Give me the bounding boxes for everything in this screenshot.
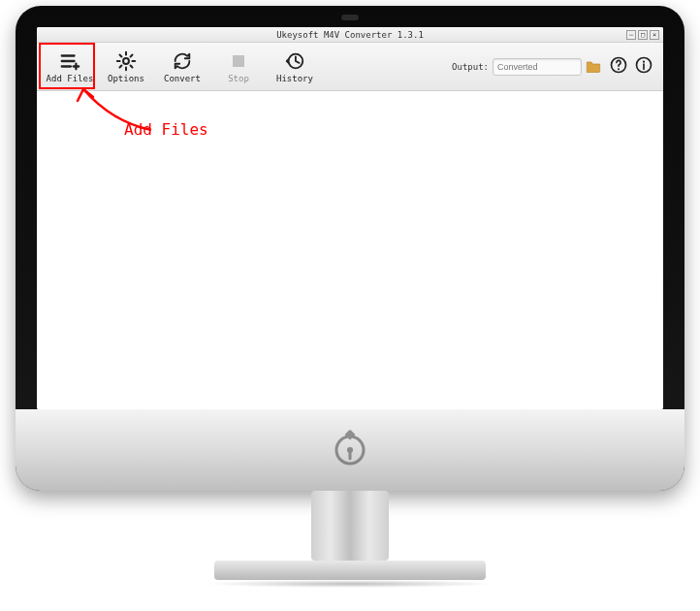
camera-notch (341, 15, 359, 20)
stop-button: Stop (211, 45, 266, 89)
titlebar: Ukeysoft M4V Converter 1.3.1 ‒ □ × (37, 27, 663, 43)
gear-icon (115, 50, 137, 72)
output-path-input[interactable] (493, 58, 582, 76)
add-files-label: Add Files (47, 74, 94, 83)
history-icon (284, 50, 305, 72)
history-button[interactable]: History (268, 45, 322, 89)
app-title: Ukeysoft M4V Converter 1.3.1 (276, 30, 424, 40)
history-label: History (276, 74, 313, 83)
maximize-button[interactable]: □ (638, 30, 648, 40)
toolbar: Add Files Options Con (37, 43, 663, 91)
options-button[interactable]: Options (99, 45, 153, 89)
content-area: Add Files (37, 91, 663, 409)
svg-point-0 (123, 58, 129, 64)
imac-stand-base (214, 561, 486, 580)
svg-rect-1 (233, 55, 244, 67)
right-icons (609, 55, 653, 79)
help-button[interactable] (609, 55, 628, 79)
imac-stand-neck (311, 491, 389, 561)
convert-button[interactable]: Convert (155, 45, 209, 89)
add-files-button[interactable]: Add Files (43, 45, 97, 89)
app-screen: Ukeysoft M4V Converter 1.3.1 ‒ □ × Add F… (37, 27, 663, 409)
add-files-icon (59, 50, 80, 72)
svg-point-4 (618, 68, 620, 70)
imac-chin (16, 409, 684, 491)
imac-frame: Ukeysoft M4V Converter 1.3.1 ‒ □ × Add F… (16, 6, 684, 491)
window-controls: ‒ □ × (626, 30, 659, 40)
close-button[interactable]: × (650, 30, 659, 40)
folder-icon[interactable] (586, 59, 601, 75)
convert-icon (172, 50, 193, 72)
svg-point-6 (643, 60, 645, 62)
annotation-text: Add Files (124, 120, 208, 139)
stop-label: Stop (228, 74, 249, 83)
stop-icon (228, 50, 249, 72)
output-group: Output: (452, 58, 601, 76)
output-label: Output: (452, 62, 489, 72)
convert-label: Convert (164, 74, 201, 83)
minimize-button[interactable]: ‒ (626, 30, 636, 40)
imac-stand-shadow (205, 580, 495, 588)
info-button[interactable] (634, 55, 653, 79)
options-label: Options (108, 74, 144, 83)
